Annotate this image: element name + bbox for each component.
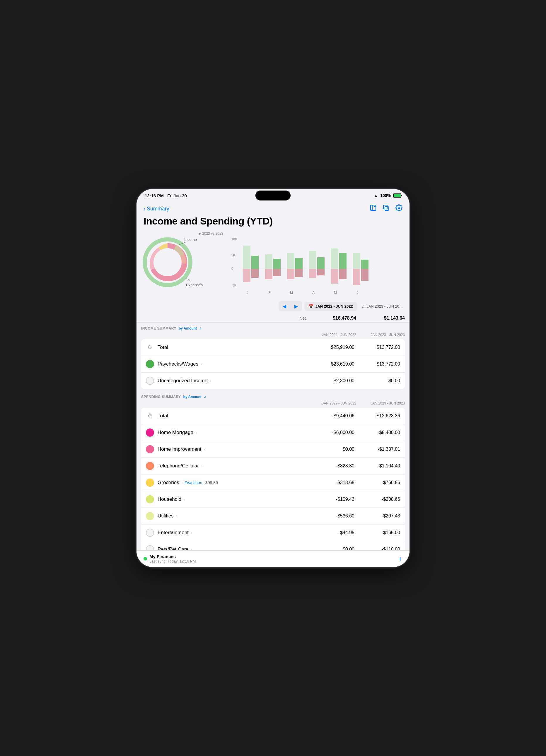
add-button[interactable]: + xyxy=(398,554,403,563)
income-collapse-button[interactable]: ∧ xyxy=(199,326,202,330)
income-total-secondary: $13,772.00 xyxy=(359,345,400,350)
entertainment-row[interactable]: Entertainment › -$44.95 -$165.00 xyxy=(141,524,405,541)
utilities-icon xyxy=(146,512,154,520)
groceries-row[interactable]: Groceries › #vacation -$98.36 -$318.68 -… xyxy=(141,474,405,491)
paychecks-row[interactable]: Paychecks/Wages › $23,619.00 $13,772.00 xyxy=(141,356,405,373)
svg-rect-35 xyxy=(353,269,360,285)
paychecks-secondary: $13,772.00 xyxy=(359,361,400,367)
svg-text:M: M xyxy=(334,291,337,295)
settings-icon[interactable] xyxy=(396,204,403,213)
period-primary-label[interactable]: 📅 JAN 2022 - JUN 2022 xyxy=(304,302,357,311)
svg-text:10K: 10K xyxy=(231,237,237,241)
income-total-primary: $25,919.00 xyxy=(312,345,359,350)
spending-table: ⏱ Total -$9,440.06 -$12,628.36 Home Mort… xyxy=(141,408,405,567)
household-chevron-icon: › xyxy=(184,497,185,502)
home-improvement-chevron-icon: › xyxy=(203,447,205,452)
back-button[interactable]: ‹ Summary xyxy=(143,205,169,212)
svg-rect-21 xyxy=(273,269,281,276)
svg-rect-33 xyxy=(339,269,347,279)
home-improvement-primary: $0.00 xyxy=(312,447,359,452)
svg-rect-3 xyxy=(385,207,389,210)
svg-rect-2 xyxy=(384,205,387,209)
net-value-primary: $16,478.94 xyxy=(308,316,361,321)
paychecks-label: Paychecks/Wages › xyxy=(157,361,312,367)
groceries-chevron-icon: › xyxy=(181,480,183,485)
home-mortgage-chevron-icon: › xyxy=(196,430,197,435)
utilities-row[interactable]: Utilities › -$536.60 -$207.43 xyxy=(141,508,405,524)
svg-rect-28 xyxy=(317,257,325,269)
home-improvement-icon xyxy=(146,445,154,453)
telephone-row[interactable]: Telephone/Cellular › -$828.30 -$1,104.40 xyxy=(141,458,405,474)
groceries-tag[interactable]: #vacation xyxy=(184,480,202,485)
groceries-label: Groceries › #vacation -$98.36 xyxy=(157,480,312,486)
svg-rect-26 xyxy=(309,251,316,269)
svg-text:F: F xyxy=(268,291,270,295)
svg-text:M: M xyxy=(290,291,293,295)
entertainment-icon xyxy=(146,529,154,537)
camera-notch xyxy=(255,191,291,200)
svg-rect-16 xyxy=(251,256,258,269)
utilities-label: Utilities › xyxy=(157,513,312,519)
status-left: 12:16 PM Fri Jun 30 xyxy=(145,193,187,198)
svg-rect-32 xyxy=(339,253,347,269)
spending-summary-header: SPENDING SUMMARY by Amount ∧ xyxy=(136,391,410,400)
bar-chart-container: ▶ 2022 vs 2023 10K 5K 0 -5K xyxy=(198,232,405,296)
spending-col-headers: JAN 2022 - JUN 2022 JAN 2023 - JUN 2023 xyxy=(136,400,410,407)
svg-line-7 xyxy=(179,242,186,245)
period-next-button[interactable]: ▶ xyxy=(290,301,302,311)
spending-total-primary: -$9,440.06 xyxy=(312,413,359,419)
net-label: Net xyxy=(300,316,306,320)
home-mortgage-secondary: -$8,400.00 xyxy=(359,430,400,435)
home-mortgage-label: Home Mortgage › xyxy=(157,430,312,436)
donut-chart[interactable]: Income Expenses xyxy=(141,232,194,296)
paychecks-chevron-icon: › xyxy=(201,362,202,366)
spending-sort-button[interactable]: by Amount xyxy=(183,395,201,399)
income-total-label: Total xyxy=(157,344,312,350)
nav-bar: ‹ Summary xyxy=(136,202,410,214)
period-secondary-label[interactable]: v...JAN 2023 - JUN 20... xyxy=(360,302,405,311)
home-improvement-secondary: -$1,337.01 xyxy=(359,447,400,452)
spending-total-row[interactable]: ⏱ Total -$9,440.06 -$12,628.36 xyxy=(141,408,405,424)
income-sort-button[interactable]: by Amount xyxy=(179,326,197,330)
svg-rect-34 xyxy=(353,253,360,269)
svg-rect-15 xyxy=(243,269,250,282)
svg-text:J: J xyxy=(357,291,358,295)
bar-chart-svg: 10K 5K 0 -5K xyxy=(198,237,405,295)
paychecks-icon xyxy=(146,360,154,368)
footer-bar: My Finances Last sync: Today, 12:16 PM + xyxy=(136,550,410,567)
telephone-secondary: -$1,104.40 xyxy=(359,463,400,469)
share-icon[interactable] xyxy=(370,204,377,213)
period-nav: ◀ ▶ xyxy=(279,301,302,311)
period-selector: ◀ ▶ 📅 JAN 2022 - JUN 2022 v...JAN 2023 -… xyxy=(136,299,410,314)
spending-total-secondary: -$12,628.36 xyxy=(359,413,400,419)
spending-collapse-button[interactable]: ∧ xyxy=(204,395,206,399)
svg-rect-18 xyxy=(265,254,272,269)
entertainment-secondary: -$165.00 xyxy=(359,530,400,535)
utilities-primary: -$536.60 xyxy=(312,513,359,519)
period-primary-text: JAN 2022 - JUN 2022 xyxy=(315,304,353,308)
status-time: 12:16 PM xyxy=(145,193,164,198)
income-col-secondary: JAN 2023 - JUN 2023 xyxy=(361,333,405,337)
svg-text:A: A xyxy=(312,291,315,295)
household-icon xyxy=(146,495,154,503)
footer-account-info: My Finances Last sync: Today, 12:16 PM xyxy=(149,554,196,563)
period-prev-button[interactable]: ◀ xyxy=(279,301,290,311)
home-improvement-row[interactable]: Home Improvement › $0.00 -$1,337.01 xyxy=(141,441,405,458)
household-row[interactable]: Household › -$109.43 -$208.66 xyxy=(141,491,405,508)
duplicate-icon[interactable] xyxy=(383,204,390,213)
entertainment-label: Entertainment › xyxy=(157,530,312,536)
battery-icon xyxy=(393,193,401,198)
donut-lines-svg xyxy=(141,237,191,287)
uncategorized-income-row[interactable]: Uncategorized Income › $2,300.00 $0.00 xyxy=(141,373,405,389)
back-label: Summary xyxy=(147,206,169,212)
income-total-row[interactable]: ⏱ Total $25,919.00 $13,772.00 xyxy=(141,339,405,356)
sync-label: Last sync: Today, 12:16 PM xyxy=(149,559,196,563)
spending-col-primary: JAN 2022 - JUN 2022 xyxy=(308,401,361,405)
home-mortgage-row[interactable]: Home Mortgage › -$6,000.00 -$8,400.00 xyxy=(141,424,405,441)
spending-clock-icon: ⏱ xyxy=(146,412,154,420)
svg-rect-30 xyxy=(331,248,338,269)
account-name: My Finances xyxy=(149,554,196,559)
telephone-primary: -$828.30 xyxy=(312,463,359,469)
net-value-secondary: $1,143.64 xyxy=(361,316,405,321)
svg-line-8 xyxy=(186,278,191,281)
